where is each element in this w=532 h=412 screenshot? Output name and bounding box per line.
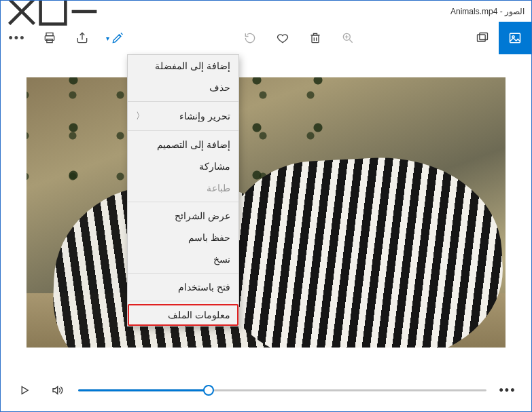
menu-separator: [128, 301, 238, 301]
playback-bar: •••: [1, 370, 531, 411]
ellipsis-icon: •••: [9, 31, 26, 45]
menu-item[interactable]: مشاركة: [128, 155, 238, 177]
menu-item-label: تحرير وإنشاء: [179, 111, 230, 121]
picture-icon: [508, 31, 522, 45]
svg-rect-0: [41, 0, 66, 24]
window-controls: [6, 1, 100, 22]
menu-item-label: نسخ: [213, 254, 230, 265]
zoom-button[interactable]: [332, 22, 364, 54]
menu-item-label: إضافة إلى المفضلة: [155, 60, 230, 71]
menu-item[interactable]: معلومات الملف: [128, 304, 238, 326]
album-icon: [476, 31, 489, 45]
delete-button[interactable]: [299, 22, 332, 54]
printer-icon: [43, 31, 56, 45]
menu-item-label: مشاركة: [199, 161, 230, 172]
view-all-photos-button[interactable]: [499, 22, 531, 54]
window-maximize-button[interactable]: [37, 1, 69, 22]
rotate-button[interactable]: [234, 22, 266, 54]
edit-create-button[interactable]: ▾: [99, 22, 131, 54]
menu-separator: [128, 130, 238, 131]
chevron-down-icon: ▾: [106, 35, 109, 42]
menu-item-label: طباعة: [207, 183, 230, 193]
window-minimize-button[interactable]: [69, 1, 100, 22]
svg-rect-7: [480, 33, 488, 40]
seek-progress: [78, 390, 209, 392]
speaker-icon: [51, 384, 63, 396]
favorite-button[interactable]: [266, 22, 299, 54]
menu-item[interactable]: فتح باستخدام: [128, 276, 238, 298]
svg-rect-8: [510, 33, 520, 42]
menu-separator: [128, 101, 238, 102]
menu-item[interactable]: تحرير وإنشاء〈: [128, 105, 238, 128]
menu-item[interactable]: حذف: [128, 77, 238, 98]
seek-thumb[interactable]: [203, 385, 214, 396]
menu-item-label: معلومات الملف: [168, 310, 230, 320]
rotate-icon: [243, 31, 257, 45]
heart-icon: [276, 31, 289, 45]
ellipsis-icon: •••: [499, 383, 516, 398]
menu-item[interactable]: إضافة إلى المفضلة: [128, 55, 238, 77]
edit-icon: [111, 31, 124, 45]
window-title: الصور - Animals.mp4: [450, 7, 531, 16]
menu-item: طباعة: [128, 177, 238, 199]
svg-rect-6: [478, 35, 486, 41]
zoom-in-icon: [341, 31, 355, 45]
window-close-button[interactable]: [6, 1, 37, 22]
context-menu: إضافة إلى المفضلةحذفتحرير وإنشاء〈إضافة إ…: [127, 54, 239, 326]
svg-rect-3: [47, 39, 52, 43]
video-frame[interactable]: [26, 77, 506, 348]
seek-bar[interactable]: [78, 383, 486, 397]
menu-item-label: إضافة إلى التصميم: [157, 139, 230, 150]
menu-item-label: عرض الشرائح: [175, 210, 230, 221]
play-icon: [18, 384, 31, 396]
menu-item[interactable]: عرض الشرائح: [128, 205, 238, 227]
chevron-left-icon: 〈: [136, 110, 145, 122]
menu-item-label: حفظ باسم: [188, 232, 230, 243]
share-icon: [75, 31, 89, 45]
menu-item[interactable]: حفظ باسم: [128, 227, 238, 248]
volume-button[interactable]: [46, 379, 69, 402]
playback-more-button[interactable]: •••: [496, 379, 519, 402]
menu-separator: [128, 273, 238, 274]
more-button[interactable]: •••: [1, 22, 33, 54]
collection-button[interactable]: [466, 22, 499, 54]
share-button[interactable]: [66, 22, 99, 54]
app-toolbar: ••• ▾: [1, 22, 531, 54]
menu-item[interactable]: إضافة إلى التصميم: [128, 134, 238, 155]
trash-icon: [308, 31, 322, 45]
title-bar: الصور - Animals.mp4: [1, 1, 531, 22]
print-button[interactable]: [33, 22, 66, 54]
svg-rect-4: [312, 35, 319, 43]
menu-item-label: فتح باستخدام: [178, 282, 230, 293]
menu-separator: [128, 202, 238, 202]
play-button[interactable]: [13, 379, 36, 402]
menu-item-label: حذف: [209, 82, 230, 93]
content-area: إضافة إلى المفضلةحذفتحرير وإنشاء〈إضافة إ…: [1, 54, 531, 370]
menu-item[interactable]: نسخ: [128, 248, 238, 270]
